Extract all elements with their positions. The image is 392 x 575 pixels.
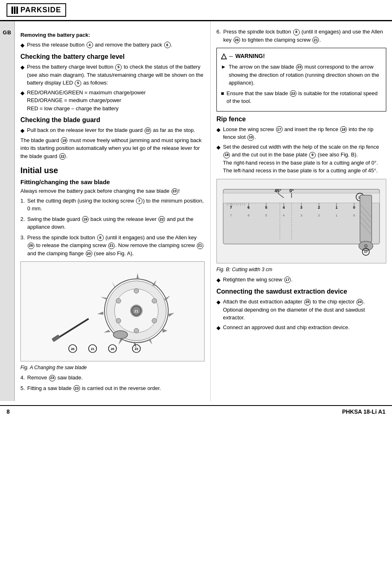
initial-use-title: Initial use (20, 166, 205, 175)
fig-b-container: 45° 0° 18 7 6 5 4 (216, 179, 386, 263)
svg-text:21: 21 (91, 347, 94, 351)
svg-text:17: 17 (364, 250, 368, 254)
svg-point-14 (113, 331, 127, 339)
svg-text:6: 6 (248, 214, 249, 217)
footer: 8 PHKSA 18-Li A1 (0, 405, 392, 417)
svg-text:4: 4 (283, 214, 285, 217)
arrow-right-icon: ► (221, 63, 226, 87)
cn23a: 23 (172, 188, 178, 195)
diamond-icon: ◆ (216, 324, 220, 332)
cn23b: 23 (49, 375, 56, 381)
cn19b: 19 (82, 216, 89, 223)
warning-triangle-icon: △ (221, 51, 227, 60)
cn23c: 23 (74, 385, 80, 392)
cn21a: 21 (108, 243, 115, 249)
cn19: 19 (61, 137, 67, 144)
removing-section: Removing the battery pack: ◆ Press the r… (20, 31, 205, 49)
blade-guard-section: Checking the blade guard ◆ Pull back on … (20, 116, 205, 160)
diamond-icon: ◆ (216, 276, 220, 284)
warning-box: △ ─ WARNING! ► The arrow on the saw blad… (216, 48, 386, 111)
step-6: 6. Press the spindle lock button 8 (unti… (216, 28, 386, 44)
left-column: Removing the battery pack: ◆ Press the r… (15, 21, 211, 401)
logo-stripes (11, 7, 18, 14)
gb-label: GB (3, 29, 12, 36)
cn18a: 18 (340, 126, 347, 133)
diamond-icon: ◆ (216, 126, 220, 141)
square-icon: ■ (221, 89, 224, 105)
cn10: 10 (247, 134, 254, 141)
cn23e: 23 (290, 90, 296, 97)
svg-text:3: 3 (301, 214, 302, 217)
rip-fence-after: ◆ Retighten the wing screw 17. (216, 276, 386, 284)
svg-text:5: 5 (265, 214, 267, 217)
svg-text:0°: 0° (290, 188, 294, 193)
svg-point-58 (364, 244, 368, 247)
rip-fence-title: Rip fence (216, 116, 386, 123)
logo-text: PARKSIDE (20, 6, 61, 14)
battery-section: Checking the battery charge level ◆ Pres… (20, 53, 205, 112)
cn8b: 8 (293, 29, 300, 36)
fig-b-caption: Fig. B: Cutting width 3 cm (216, 266, 386, 273)
removing-title: Removing the battery pack: (20, 31, 205, 39)
svg-point-6 (152, 319, 157, 323)
cn8a: 8 (97, 234, 104, 241)
svg-text:2: 2 (318, 214, 320, 217)
step-5: 5. Fitting a saw blade 23 is carried out… (20, 384, 205, 392)
step-4: 4. Remove 23 saw blade. (20, 374, 205, 382)
initial-use-section: Initial use Fitting/changing the saw bla… (20, 166, 205, 392)
cn26b: 26 (234, 37, 240, 43)
warning-arrow-item: ► The arrow on the saw blade 23 must cor… (221, 63, 382, 87)
fig-a-caption: Fig. A Changing the saw blade (20, 364, 205, 371)
step-1: 1. Set the cutting depth (using the lock… (20, 197, 205, 213)
diamond-icon: ◆ (216, 143, 220, 175)
svg-line-10 (57, 319, 89, 339)
svg-rect-56 (360, 195, 372, 242)
cn9: 9 (309, 152, 316, 158)
battery-section-title: Checking the battery charge level (20, 53, 205, 60)
right-column: 6. Press the spindle lock button 8 (unti… (211, 21, 392, 401)
cn23d: 23 (296, 64, 303, 71)
page-number: 8 (7, 408, 10, 415)
logo: PARKSIDE (7, 3, 66, 17)
battery-bullet-1: ◆ Press the battery charge level button … (20, 63, 205, 87)
sawdust-bullet-2: ◆ Connect an approved dust and chip extr… (216, 323, 386, 332)
diamond-icon: ◆ (20, 127, 24, 135)
svg-text:20: 20 (111, 347, 114, 351)
rip-fence-bullet-1: ◆ Loose the wing screw 17 and insert the… (216, 125, 386, 141)
svg-point-9 (116, 299, 121, 303)
cn22a: 22 (145, 127, 151, 134)
cn18b: 18 (223, 152, 230, 158)
fig-a-container: 21 26 21 20 23 (20, 261, 205, 361)
blade-guard-bullet: ◆ Pull back on the release lever for the… (20, 126, 205, 135)
diamond-icon: ◆ (20, 89, 24, 113)
diamond-icon: ◆ (20, 63, 24, 87)
cn25: 25 (304, 299, 311, 305)
main-content: GB Removing the battery pack: ◆ Press th… (0, 21, 392, 401)
sawdust-title: Connecting the sawdust extraction device (216, 288, 386, 295)
cn21c: 21 (312, 37, 319, 43)
sawdust-section: Connecting the sawdust extraction device… (216, 288, 386, 332)
sawdust-bullet-1: ◆ Attach the dust extraction adapter 25 … (216, 298, 386, 322)
battery-bullet-2: ◆ RED/ORANGE/GREEN = maximum charge/powe… (20, 89, 205, 113)
step-2: 2. Swing the blade guard 19 back using t… (20, 215, 205, 231)
blade-guard-body: The blade guard 19 must move freely with… (20, 136, 205, 160)
header: PARKSIDE (0, 0, 392, 21)
removing-bullet-1: ◆ Press the release button 4 and remove … (20, 41, 205, 49)
cn5b: 5 (75, 80, 81, 87)
cn24: 24 (356, 299, 363, 305)
blade-guard-title: Checking the blade guard (20, 116, 205, 124)
svg-text:23: 23 (135, 347, 138, 351)
saw-fig-svg: 21 26 21 20 23 (25, 266, 200, 356)
cn4: 4 (87, 42, 93, 48)
rip-fence-svg: 45° 0° 18 7 6 5 4 (219, 182, 383, 259)
cn17b: 17 (284, 276, 291, 283)
svg-point-4 (134, 288, 139, 293)
cn6: 6 (164, 42, 171, 48)
svg-text:21: 21 (134, 309, 138, 313)
fitting-title: Fitting/changing the saw blade (20, 178, 205, 185)
cn17a: 17 (276, 126, 283, 133)
warning-title: △ ─ WARNING! (221, 51, 382, 60)
fitting-body: Always remove the battery pack before ch… (20, 187, 205, 195)
warning-square-item: ■ Ensure that the saw blade 23 is suitab… (221, 89, 382, 105)
svg-text:45°: 45° (275, 188, 281, 193)
